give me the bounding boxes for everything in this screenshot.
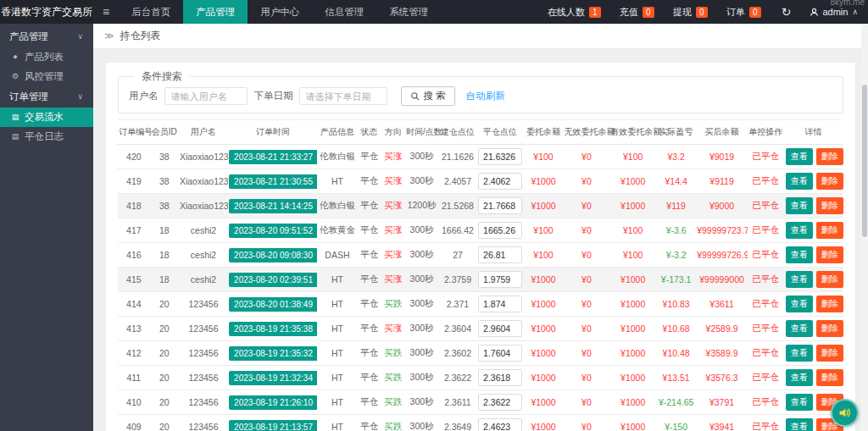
order-time-button[interactable]: 2023-08-21 21:33:27 [229,150,317,164]
view-button[interactable]: 查看 [786,345,813,362]
scrollbar-thumb[interactable] [862,85,867,237]
cell-username: ceshi2 [179,243,228,268]
after_balance-value: ¥99999726.9 [697,250,748,260]
audio-fab-button[interactable] [831,399,859,427]
nav-item-1[interactable]: 产品管理 [183,0,248,24]
cell-invalid_entrust: ¥0 [564,268,610,292]
view-button[interactable]: 查看 [786,369,813,386]
order-time-button[interactable]: 2023-08-19 21:35:38 [229,322,317,336]
cell-open_point: 2.3611 [438,390,476,415]
nav-item-0[interactable]: 后台首页 [119,0,183,24]
after_balance-value: ¥3576.3 [706,373,738,383]
close-point-box[interactable]: 1.9759 [478,271,522,288]
sidebar-group-1[interactable]: 订单管理∨ [0,86,93,108]
control-value: 已平仓 [752,372,779,382]
cell-after_balance: ¥9119 [696,169,748,194]
close-point-box[interactable]: 2.3622 [478,394,522,411]
cell-control: 已平仓 [748,292,783,317]
delete-button[interactable]: 删除 [816,197,843,214]
delete-button[interactable]: 删除 [816,296,843,312]
delete-button[interactable]: 删除 [816,173,843,190]
view-button[interactable]: 查看 [786,246,813,263]
cell-username: Xiaoxiao123 [179,169,228,194]
close-point-box[interactable]: 1.874 [478,296,522,312]
close-point-box[interactable]: 1.7604 [478,345,522,362]
delete-button[interactable]: 删除 [816,148,843,165]
order-time-button[interactable]: 2023-08-20 09:08:30 [229,248,317,262]
delete-button[interactable]: 删除 [816,271,843,288]
close-point-box[interactable]: 2.9604 [478,320,522,337]
order-time-button[interactable]: 2023-08-21 14:14:25 [229,199,317,213]
cell-duration: 300秒 [405,390,438,415]
cell-order_time: 2023-08-20 09:51:52 [228,218,317,243]
sidebar-item-0-0[interactable]: ●产品列表 [0,47,93,67]
cell-actions: 查看删除 [783,366,843,390]
close-point-box[interactable]: 21.7668 [478,197,522,214]
cell-member_id: 20 [150,341,179,366]
col-header-status: 状态 [357,120,381,145]
order-time-button[interactable]: 2023-08-19 21:26:10 [229,395,317,410]
sidebar-item-1-1[interactable]: ▤平仓日志 [0,127,93,146]
control-value: 已平仓 [752,274,779,284]
search-button[interactable]: 搜 索 [401,86,455,106]
order-date-input[interactable] [299,87,387,105]
view-button[interactable]: 查看 [786,394,813,411]
username-input[interactable] [164,87,248,105]
stat-2[interactable]: 提现0 [673,6,708,19]
sidebar-item-1-0[interactable]: ▤交易流水 [0,108,93,127]
cell-status: 平仓 [357,341,381,366]
delete-button[interactable]: 删除 [816,246,843,263]
close-point-box[interactable]: 26.81 [478,246,522,263]
nav-item-3[interactable]: 信息管理 [312,0,376,24]
menu-icon[interactable]: ≡ [93,0,119,24]
order-time-button[interactable]: 2023-08-20 01:38:49 [229,297,317,312]
sidebar-group-0[interactable]: 产品管理∨ [0,26,93,47]
col-header-invalid_entrust: 无效委托余额 [564,120,610,145]
delete-button[interactable]: 删除 [816,345,843,362]
close-point-box[interactable]: 21.6326 [478,148,522,165]
view-button[interactable]: 查看 [786,418,813,431]
entrust_balance-value: ¥1000 [531,176,555,186]
cell-actual_profit: ¥14.4 [656,169,696,194]
delete-button[interactable]: 删除 [816,369,843,386]
cell-status: 平仓 [357,218,381,243]
control-value: 已平仓 [752,175,779,185]
entrust_balance-value: ¥1000 [531,397,555,407]
view-button[interactable]: 查看 [786,197,813,214]
user-menu[interactable]: admin ∧ [810,7,858,17]
cell-valid_entrust: ¥100 [609,145,656,169]
close-point-box[interactable]: 2.3618 [478,369,522,386]
close-point-box[interactable]: 2.4623 [478,418,522,431]
control-value: 已平仓 [752,200,779,210]
view-button[interactable]: 查看 [786,148,813,165]
sidebar-item-0-1[interactable]: ⚙风控管理 [0,67,93,86]
delete-button[interactable]: 删除 [816,222,843,239]
stat-3[interactable]: 订单0 [726,6,761,19]
cell-actions: 查看删除 [783,268,843,292]
view-button[interactable]: 查看 [786,271,813,288]
cell-entrust_balance: ¥1000 [523,194,563,218]
auto-refresh-link[interactable]: 自动刷新 [466,90,505,102]
view-button[interactable]: 查看 [786,173,813,190]
refresh-icon[interactable]: ↻ [782,0,792,24]
nav-item-4[interactable]: 系统管理 [376,0,441,24]
cell-close_point: 26.81 [477,243,524,268]
order-time-button[interactable]: 2023-08-20 09:51:52 [229,224,317,238]
view-button[interactable]: 查看 [786,222,813,239]
col-header-valid_entrust: 有效委托余额 [609,120,656,145]
order-time-button[interactable]: 2023-08-19 21:13:57 [229,420,317,431]
order-time-button[interactable]: 2023-08-19 21:35:32 [229,346,317,361]
close-point-box[interactable]: 2.4062 [478,173,522,190]
cell-after_balance: ¥3791 [696,390,748,415]
stat-1[interactable]: 充值0 [620,6,654,19]
nav-item-2[interactable]: 用户中心 [248,0,312,24]
view-button[interactable]: 查看 [786,320,813,337]
after_balance-value: ¥3941 [709,422,734,431]
view-button[interactable]: 查看 [786,296,813,312]
close-point-box[interactable]: 1665.26 [478,222,522,239]
order-time-button[interactable]: 2023-08-21 21:30:55 [229,174,317,189]
order-time-button[interactable]: 2023-08-19 21:32:34 [229,371,317,385]
delete-button[interactable]: 删除 [816,320,843,337]
stat-0[interactable]: 在线人数1 [548,6,601,19]
order-time-button[interactable]: 2023-08-20 02:39:51 [229,273,317,287]
